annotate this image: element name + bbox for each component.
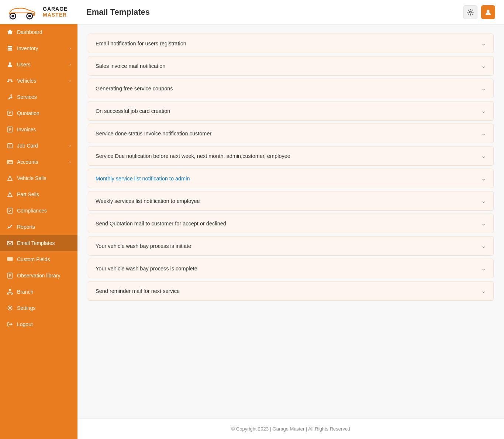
svg-rect-15 [8,144,12,148]
chevron-down-icon: ⌄ [481,265,486,272]
sidebar-item-invoices[interactable]: Invoices [0,121,77,138]
svg-rect-18 [7,160,13,164]
accordion-item: Generating free service coupons⌄ [88,79,494,98]
accordion-header-acc9[interactable]: Send Quotation mail to customer for acce… [88,214,493,233]
logo-master: MASTER [43,12,68,18]
sidebar-item-compliances[interactable]: Compliances [0,203,77,219]
svg-rect-5 [8,48,12,49]
accordion-label: Monthly service list notification to adm… [96,176,190,182]
accordion-header-acc5[interactable]: Service done status Invoice notification… [88,124,493,143]
sidebar-item-label: Invoices [17,127,36,132]
vehiclesells-icon [7,175,13,182]
accordion-header-acc8[interactable]: Weekly services list notification to emp… [88,191,493,210]
accordion-item: Your vehicle wash bay process is initiat… [88,236,494,256]
svg-rect-6 [8,49,12,51]
svg-marker-21 [8,176,12,180]
accordion-item: Monthly service list notification to adm… [88,169,494,188]
branch-icon [7,288,13,295]
sidebar-item-inventory[interactable]: Inventory › [0,40,77,56]
svg-point-7 [9,62,11,65]
accordion-header-acc3[interactable]: Generating free service coupons⌄ [88,79,493,98]
users-icon [7,61,13,68]
chevron-right-icon: › [69,46,71,51]
sidebar-nav: Dashboard Inventory › Users › Vehicles › [0,24,77,439]
sidebar-item-label: Inventory [17,45,38,51]
accordion-item: Your vehicle wash bay process is complet… [88,259,494,278]
sidebar-item-branch[interactable]: Branch [0,284,77,300]
svg-point-34 [7,293,9,294]
chevron-down-icon: ⌄ [481,130,486,137]
sidebar-item-vehiclesells[interactable]: Vehicle Sells [0,170,77,186]
accordion-item: Service Due notification before next wee… [88,146,494,166]
sidebar-item-users[interactable]: Users › [0,56,77,73]
chevron-down-icon: ⌄ [481,220,486,227]
sidebar-item-observationlibrary[interactable]: Observation library [0,267,77,284]
accordion-header-acc2[interactable]: Sales invoice mail notification⌄ [88,56,493,75]
chevron-right-icon: › [69,143,71,148]
accordion-item: Service done status Invoice notification… [88,124,494,143]
sidebar-item-dashboard[interactable]: Dashboard [0,24,77,40]
sidebar-item-logout[interactable]: Logout [0,316,77,332]
accordion-label: Your vehicle wash bay process is complet… [96,266,197,272]
sidebar-item-partsells[interactable]: Part Sells [0,186,77,203]
chevron-down-icon: ⌄ [481,242,486,249]
chevron-right-icon: › [69,62,71,67]
accordion-item: On successful job card creation⌄ [88,101,494,121]
svg-point-1 [11,15,14,17]
accordion-header-acc1[interactable]: Email notification for users registratio… [88,34,493,53]
sidebar-item-customfields[interactable]: Custom Fields [0,251,77,267]
svg-point-33 [9,289,11,291]
accordion-header-acc6[interactable]: Service Due notification before next wee… [88,146,493,165]
svg-point-35 [11,293,13,294]
accordion-label: On successful job card creation [96,108,170,114]
accordion-header-acc4[interactable]: On successful job card creation⌄ [88,101,493,120]
accordion-label: Service done status Invoice notification… [96,131,211,136]
sidebar-item-services[interactable]: Services [0,89,77,105]
accordion-header-acc11[interactable]: Your vehicle wash bay process is complet… [88,259,493,278]
chevron-down-icon: ⌄ [481,85,486,92]
accordion-header-acc10[interactable]: Your vehicle wash bay process is initiat… [88,236,493,255]
svg-point-42 [487,10,490,13]
page-title: Email Templates [86,7,459,17]
logout-icon [7,321,13,328]
chevron-right-icon: › [69,78,71,83]
sidebar-item-label: Custom Fields [17,256,50,262]
sidebar: GARAGE MASTER Dashboard Inventory › User… [0,0,77,439]
accordion-header-acc12[interactable]: Send reminder mail for next service⌄ [88,281,493,300]
sidebar-item-quotation[interactable]: Quotation [0,105,77,121]
sidebar-item-label: Dashboard [17,29,42,35]
sidebar-item-label: Job Card [17,143,38,149]
accordion-label: Email notification for users registratio… [96,41,186,46]
settings-button[interactable] [463,5,477,19]
accordion-item: Email notification for users registratio… [88,34,494,53]
jobcard-icon [7,142,13,149]
sidebar-item-jobcard[interactable]: Job Card › [0,138,77,154]
quotation-icon [7,110,13,117]
sidebar-item-vehicles[interactable]: Vehicles › [0,73,77,89]
accordion-label: Generating free service coupons [96,86,173,91]
sidebar-item-label: Compliances [17,208,47,214]
svg-point-41 [470,11,472,13]
vehicles-icon [7,77,13,84]
sidebar-item-label: Vehicles [17,78,36,84]
sidebar-item-reports[interactable]: Reports [0,219,77,235]
sidebar-item-label: Quotation [17,110,39,116]
svg-point-20 [8,162,9,163]
svg-line-38 [10,292,12,293]
accordion-label: Send reminder mail for next service [96,288,180,294]
sidebar-item-accounts[interactable]: Accounts › [0,154,77,170]
svg-rect-8 [8,111,12,115]
sidebar-item-settings[interactable]: Settings [0,300,77,316]
sidebar-item-label: Accounts [17,159,38,165]
partsells-icon [7,191,13,198]
home-icon [7,29,13,35]
sidebar-item-label: Logout [17,321,33,327]
emailtemplates-icon [7,240,13,246]
sidebar-item-label: Part Sells [17,191,39,197]
user-button[interactable] [481,5,495,19]
accordion-header-acc7[interactable]: Monthly service list notification to adm… [88,169,493,188]
sidebar-item-emailtemplates[interactable]: Email Templates [0,235,77,251]
accordion-item: Sales invoice mail notification⌄ [88,56,494,76]
content-area: Email notification for users registratio… [77,25,504,418]
accordion-label: Sales invoice mail notification [96,63,165,69]
